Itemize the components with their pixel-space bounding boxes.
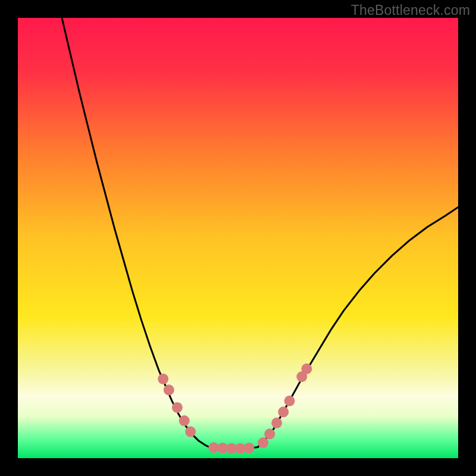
marker-dot [185,427,196,437]
marker-dot [278,406,289,417]
marker-dot [264,428,275,439]
marker-dot [301,364,312,374]
marker-dot [271,418,282,428]
marker-dot [164,384,174,395]
chart-frame: TheBottleneck.com [0,0,476,476]
marker-dot [158,374,168,384]
marker-dot [179,415,190,426]
gradient-background [18,18,458,458]
watermark-text: TheBottleneck.com [351,2,470,18]
marker-dot [172,402,183,413]
chart-svg [18,18,458,458]
marker-dot [284,396,295,406]
marker-dot [258,437,268,448]
plot-area [18,18,458,458]
marker-dot [244,443,255,453]
